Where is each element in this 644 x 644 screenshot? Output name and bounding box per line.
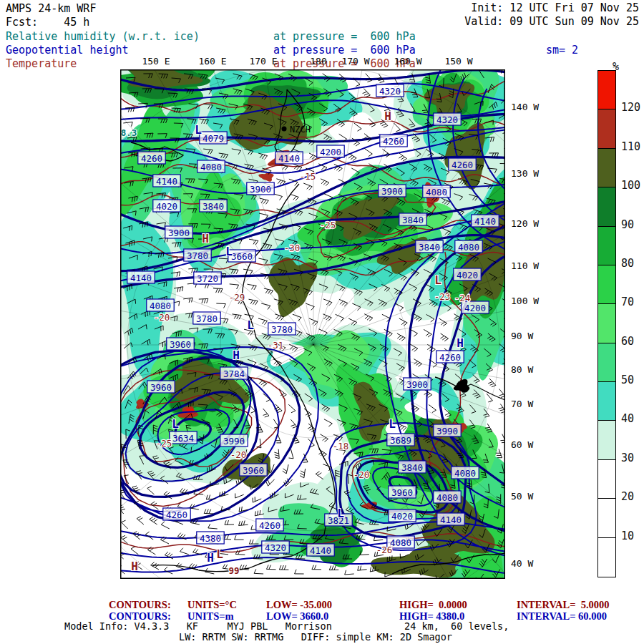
field-name: Geopotential height — [6, 45, 129, 57]
station-label: NZCH — [290, 125, 311, 135]
temperature-contour-label: -29 — [229, 292, 245, 303]
contour-info-field: INTERVAL= 5.0000 — [517, 600, 610, 610]
svg-text:3960: 3960 — [170, 339, 191, 350]
colorbar-segment — [598, 109, 615, 148]
height-contour-label: 4260 — [163, 508, 190, 520]
pressure-center-marker: H — [207, 551, 214, 565]
temperature-contour-label: -23 — [434, 291, 451, 302]
temperature-contour-label: -25 — [156, 438, 172, 449]
longitude-label: 160 W — [394, 57, 421, 67]
svg-text:3784: 3784 — [223, 369, 245, 379]
svg-text:4080: 4080 — [150, 301, 171, 311]
colorbar-segment — [598, 343, 615, 382]
svg-text:4080: 4080 — [200, 162, 222, 172]
longitude-label: 150 E — [142, 57, 170, 67]
svg-text:4260: 4260 — [141, 153, 162, 164]
longitude-label: 150 W — [444, 57, 472, 67]
longitude-label: 70 W — [511, 399, 533, 409]
model-title: AMPS 24-km WRF — [6, 4, 96, 15]
relative-humidity-colorbar — [597, 70, 616, 577]
height-contour-label: 4080 — [197, 160, 225, 172]
svg-text:4260: 4260 — [439, 352, 461, 363]
colorbar-tick: 10 — [621, 531, 634, 542]
contour-info-field: UNITS=°C — [187, 600, 237, 610]
svg-text:4080: 4080 — [390, 537, 411, 548]
height-contour-label: 4200 — [317, 145, 344, 157]
model-resolution: 24 km, 60 levels, — [404, 621, 509, 631]
colorbar-segment — [598, 227, 615, 265]
temperature-contour-label: -15 — [300, 171, 316, 182]
height-contour-label: 3784 — [220, 367, 248, 379]
pressure-center-marker: H — [457, 336, 464, 350]
svg-text:4140: 4140 — [474, 216, 496, 227]
svg-text:4140: 4140 — [130, 273, 152, 283]
svg-text:3990: 3990 — [436, 426, 458, 436]
svg-text:4080: 4080 — [458, 242, 479, 253]
temperature-contour-label: -25 — [320, 220, 336, 230]
svg-text:4140: 4140 — [156, 176, 177, 187]
pressure-center-marker: L — [216, 547, 223, 561]
field-name: Temperature — [6, 59, 77, 70]
colorbar-segment — [598, 460, 615, 499]
svg-text:3840: 3840 — [401, 462, 423, 473]
svg-text:3840: 3840 — [203, 201, 224, 212]
contour-info-field: CONTOURS: — [109, 600, 171, 610]
svg-text:4140: 4140 — [310, 545, 331, 556]
colorbar-segment — [598, 187, 615, 226]
colorbar-segment — [598, 382, 615, 421]
svg-text:3900: 3900 — [381, 186, 403, 197]
colorbar-tick: 110 — [621, 142, 640, 153]
height-contour-label: 3780 — [268, 323, 296, 335]
svg-text:4080: 4080 — [436, 492, 458, 503]
svg-text:4020: 4020 — [391, 511, 413, 522]
pressure-center-marker: L — [247, 318, 254, 332]
init-time: Init: 12 UTC Fri 07 Nov 25 — [471, 3, 639, 14]
svg-text:4260: 4260 — [166, 509, 187, 520]
pressure-center-marker: L — [195, 123, 202, 137]
colorbar-tick: 20 — [621, 492, 634, 503]
map-annotation: 99 — [228, 565, 239, 576]
height-contour-label: 4020 — [389, 509, 416, 522]
svg-text:4320: 4320 — [379, 86, 401, 97]
height-contour-label: 3990 — [434, 424, 461, 436]
colorbar-tick: 90 — [621, 220, 634, 231]
height-contour-label: 3990 — [220, 434, 248, 447]
svg-text:3689: 3689 — [390, 435, 411, 446]
height-contour-label: 4140 — [437, 513, 464, 525]
height-contour-label: 4320 — [376, 84, 404, 97]
svg-text:3720: 3720 — [197, 273, 218, 284]
pressure-center-marker: L — [389, 417, 396, 431]
height-contour-label: 4140 — [307, 544, 334, 556]
height-contour-label: 3900 — [165, 226, 192, 238]
field-level: at pressure = 600 hPa — [273, 45, 416, 57]
temperature-contour-label: -30 — [284, 243, 301, 253]
longitude-label: 100 W — [511, 296, 539, 306]
smoothing-label: sm= 2 — [546, 45, 578, 57]
height-contour-label: 4080 — [455, 240, 482, 253]
height-contour-label: 4260 — [436, 351, 464, 363]
svg-text:3990: 3990 — [223, 436, 245, 447]
svg-text:3960: 3960 — [150, 382, 172, 393]
height-contour-label: 3634 — [170, 431, 197, 444]
pressure-center-marker: H — [384, 109, 391, 123]
colorbar-tick: 40 — [621, 414, 634, 425]
longitude-label: 80 W — [511, 365, 533, 375]
height-contour-label: 4320 — [434, 113, 461, 125]
svg-text:4260: 4260 — [452, 160, 473, 170]
temperature-contour-label: -26 — [376, 545, 393, 555]
colorbar-segment — [598, 304, 615, 343]
svg-text:4380: 4380 — [200, 533, 221, 544]
svg-text:3780: 3780 — [187, 250, 208, 261]
contour-info-field: LOW= -35.000 — [266, 600, 332, 610]
height-contour-label: 3840 — [399, 461, 426, 473]
field-level: at pressure = 600 hPa — [273, 31, 416, 43]
height-contour-label: 3780 — [184, 249, 211, 261]
svg-text:4200: 4200 — [464, 303, 486, 313]
height-contour-label: 4260 — [256, 519, 283, 531]
model-physics: LW: RRTM SW: RRTMG DIFF: simple KM: 2D S… — [179, 632, 452, 642]
temperature-contour-label: -18 — [333, 441, 349, 452]
forecast-hour: Fcst: 45 h — [6, 17, 89, 29]
longitude-label: 130 W — [511, 169, 539, 179]
colorbar-tick: 30 — [621, 453, 634, 464]
colorbar-segment — [598, 149, 615, 187]
